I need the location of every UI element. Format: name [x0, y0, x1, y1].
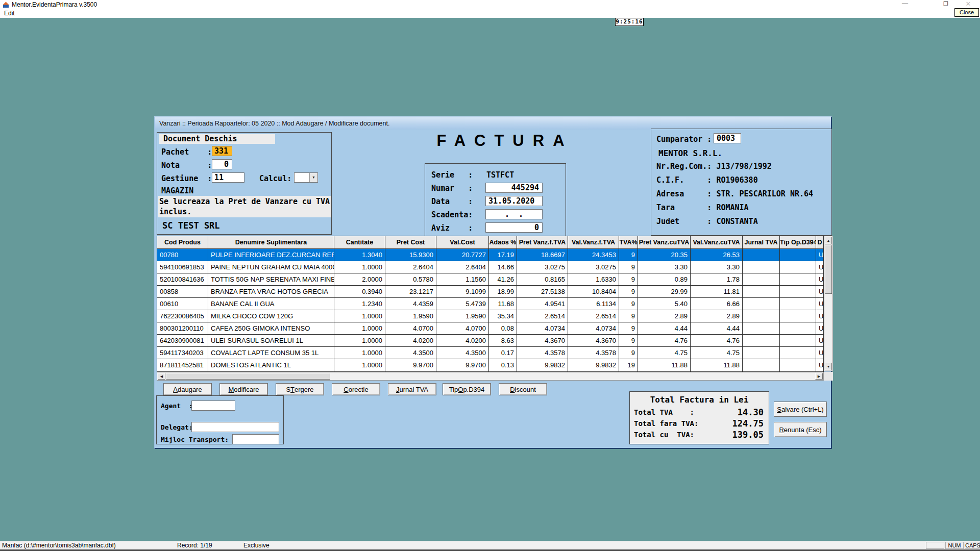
cell [780, 347, 816, 359]
cell: 27.5138 [517, 286, 568, 297]
cell [743, 335, 780, 346]
caps-lock-indicator: CAPS [965, 542, 979, 549]
pachet-label: Pachet : [161, 147, 212, 157]
column-header[interactable]: D [816, 236, 823, 248]
restore-icon[interactable]: ❐ [938, 0, 953, 8]
mentor-app-icon [3, 1, 9, 8]
column-header[interactable]: Val.Cost [436, 236, 489, 248]
column-header[interactable]: Tip Op.D394 [780, 236, 816, 248]
cumparator-label: Cumparator : [656, 135, 712, 144]
renunta-button[interactable]: Renunta (Esc) [774, 422, 827, 437]
numar-input[interactable]: 445294 [485, 183, 543, 193]
cumparator-row: Judet : CONSTANTA [656, 217, 758, 226]
vertical-scroll-thumb[interactable] [825, 245, 832, 294]
column-header[interactable]: Val.Vanz.cuTVA [691, 236, 743, 248]
cell: 9 [619, 347, 638, 359]
table-row[interactable]: 00610BANANE CAL II GUA1.23404.43595.4739… [157, 298, 823, 310]
cell: U [816, 261, 823, 273]
scroll-left-icon[interactable]: ◀ [158, 373, 165, 380]
table-row[interactable]: 762230086405MILKA CHOCO COW 120G1.00001.… [157, 310, 823, 322]
column-header[interactable]: Pret Cost [385, 236, 436, 248]
total-fara-tva-label: Total fara TVA: [634, 419, 698, 428]
cell: 9.1099 [436, 286, 489, 297]
menu-edit[interactable]: Edit [4, 10, 15, 17]
column-header[interactable]: TVA% [619, 236, 638, 248]
table-row[interactable]: 642030900081ULEI SURASUL SOARELUI 1L1.00… [157, 335, 823, 347]
pachet-input[interactable]: 331 [212, 146, 232, 156]
corectie-button[interactable]: Corectie [332, 383, 380, 395]
cell: 4.0734 [568, 322, 619, 334]
aviz-input[interactable]: 0 [485, 222, 543, 233]
window-titlebar: Mentor.EvidentaPrimara v.3500 ― ❐ ✕ [0, 0, 980, 9]
table-row[interactable]: 00780PULPE INFERIOARE DEZ.CURCAN REF1.30… [157, 249, 823, 261]
close-icon[interactable]: ✕ [961, 0, 976, 8]
agent-input[interactable] [191, 400, 235, 411]
table-row[interactable]: 871811452581DOMESTOS ATLANTIC 1L1.00009.… [157, 359, 823, 371]
scroll-right-icon[interactable]: ▶ [815, 373, 823, 380]
mijloc-transport-input[interactable] [232, 434, 279, 444]
tip-op-d394-button[interactable]: Tip Op.D394 [443, 383, 491, 395]
column-header[interactable]: Pret Vanz.f.TVA [517, 236, 568, 248]
column-header[interactable]: Cantitate [334, 236, 385, 248]
chevron-down-icon[interactable]: ▼ [309, 173, 317, 182]
discount-button[interactable]: Discount [499, 383, 547, 395]
cell [780, 286, 816, 297]
cell [780, 359, 816, 371]
numar-label: Numar : [431, 184, 473, 193]
column-header[interactable]: Adaos % [489, 236, 517, 248]
column-header[interactable]: Jurnal TVA [743, 236, 780, 248]
cell: U [816, 298, 823, 310]
jurnal-tva-button[interactable]: Jurnal TVA [388, 383, 436, 395]
delegat-label: Delegat: [161, 423, 193, 431]
cell: MILKA CHOCO COW 120G [208, 310, 334, 322]
table-horizontal-scrollbar[interactable]: ◀ ▶ [157, 372, 824, 381]
document-panel-header: Document Deschis [159, 134, 275, 144]
vanzari-dialog: Vanzari :: Perioada Rapoartelor: 05 2020… [154, 116, 832, 449]
scadenta-input[interactable]: . . [485, 209, 543, 219]
table-row[interactable]: 594100691853PAINE NEPTUN GRAHAM CU MAIA … [157, 261, 823, 273]
cell: 2.89 [691, 310, 743, 322]
adaugare-button[interactable]: Adaugare [163, 383, 212, 395]
calcul-dropdown[interactable]: ▼ [294, 172, 318, 183]
cell: 1.0000 [334, 261, 385, 273]
cell: 1.1560 [436, 273, 489, 285]
cell [780, 322, 816, 334]
cell: COVALACT LAPTE CONSUM 35 1L [208, 347, 334, 359]
column-header[interactable]: Cod Produs [157, 236, 208, 248]
horizontal-scroll-thumb[interactable] [166, 373, 330, 380]
stergere-button[interactable]: STergere [276, 383, 324, 395]
column-header[interactable]: Denumire Suplimentara [208, 236, 334, 248]
cell: 1.0000 [334, 347, 385, 359]
gestiune-input[interactable]: 11 [212, 172, 244, 183]
cell: 0.13 [489, 359, 517, 371]
cumparator-code-input[interactable]: 0003 [714, 133, 741, 143]
minimize-icon[interactable]: ― [897, 0, 913, 8]
table-vertical-scrollbar[interactable]: ▲ ▼ [824, 236, 833, 371]
column-header[interactable]: Val.Vanz.f.TVA [568, 236, 619, 248]
column-header[interactable]: Pret Vanz.cuTVA [638, 236, 691, 248]
table-row[interactable]: 00858BRANZA FETA VRAC HOTOS GRECIA0.3940… [157, 286, 823, 298]
cell: 3.30 [691, 261, 743, 273]
cell: 1.9590 [436, 310, 489, 322]
cell: 11.81 [691, 286, 743, 297]
cell: ULEI SURASUL SOARELUI 1L [208, 335, 334, 346]
salvare-button[interactable]: Salvare (Ctrl+L) [774, 402, 827, 417]
modificare-button[interactable]: Modificare [219, 383, 268, 395]
table-row[interactable]: 520100841636TOTTIS 50G NAP SERENATA MAXI… [157, 273, 823, 286]
cell: 3.0275 [568, 261, 619, 273]
cell: 4.3578 [568, 347, 619, 359]
agent-panel: Agent : Delegat: Mijloc Transport: [156, 395, 284, 444]
cell: 0.3940 [334, 286, 385, 297]
status-file-path: Manfac (d:\#mentor\tomis3ab\manfac.dbf) [2, 542, 116, 549]
cell: 4.3670 [568, 335, 619, 346]
nota-input[interactable]: 0 [212, 159, 232, 169]
scroll-up-icon[interactable]: ▲ [825, 237, 832, 244]
cell: 3.0275 [517, 261, 568, 273]
delegat-input[interactable] [191, 422, 279, 432]
table-row[interactable]: 594117340203COVALACT LAPTE CONSUM 35 1L1… [157, 347, 823, 359]
scroll-down-icon[interactable]: ▼ [825, 363, 832, 370]
data-input[interactable]: 31.05.2020 [485, 196, 543, 206]
cell: 4.44 [691, 322, 743, 334]
cell: U [816, 322, 823, 334]
table-row[interactable]: 800301200110CAFEA 250G GIMOKA INTENSO1.0… [157, 322, 823, 335]
